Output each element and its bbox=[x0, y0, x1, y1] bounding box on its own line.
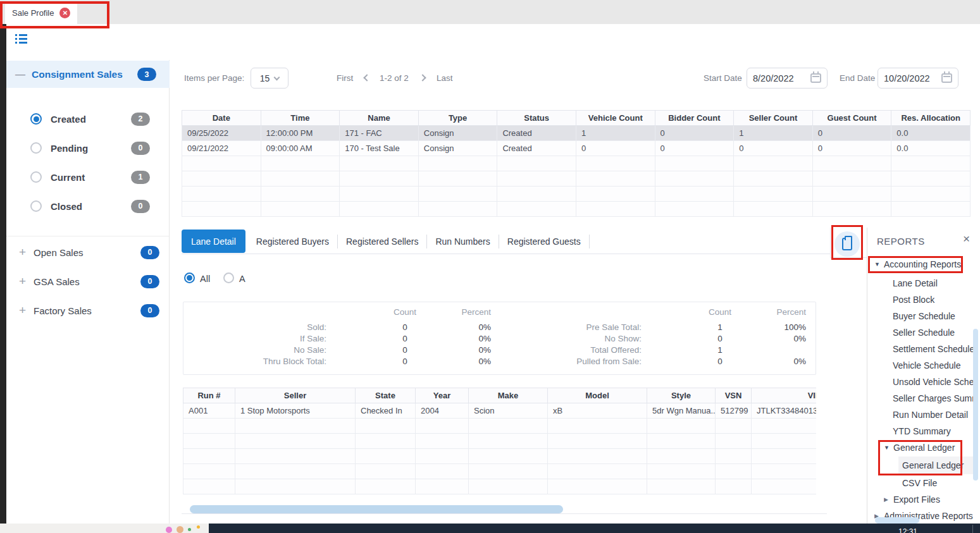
report-item-label: YTD Summary bbox=[893, 425, 951, 438]
left-edge-strip bbox=[0, 24, 6, 524]
menu-icon[interactable] bbox=[15, 34, 27, 46]
calendar-icon[interactable] bbox=[941, 73, 952, 83]
reports-vertical-scrollbar-thumb[interactable] bbox=[973, 329, 978, 481]
sales-table: DateTimeNameTypeStatusVehicle CountBidde… bbox=[182, 110, 971, 217]
summary-count: 0 bbox=[380, 322, 430, 332]
count-badge: 0 bbox=[140, 275, 159, 288]
report-item-general-ledger[interactable]: ▼General Ledger bbox=[884, 441, 974, 454]
taskbar: 12:31 bbox=[209, 524, 980, 533]
summary-label: Thru Block Total: bbox=[183, 357, 326, 366]
vehicle-row[interactable]: A0011 Stop MotorsportsChecked In2004Scio… bbox=[183, 403, 817, 419]
start-date-input[interactable]: 8/20/2022 bbox=[747, 68, 828, 89]
yellow-dot-icon[interactable] bbox=[197, 525, 200, 529]
sales-row-empty[interactable] bbox=[182, 171, 971, 187]
sidebar-item-label: GSA Sales bbox=[34, 276, 80, 287]
start-date-label: Start Date bbox=[704, 73, 742, 83]
sales-row-empty[interactable] bbox=[182, 187, 971, 202]
tab-registered-buyers[interactable]: Registered Buyers bbox=[248, 230, 337, 254]
close-icon[interactable]: × bbox=[963, 233, 970, 245]
sidebar-status-pending[interactable]: Pending0 bbox=[30, 139, 150, 157]
count-header: Count bbox=[380, 307, 430, 317]
sidebar-item-open-sales[interactable]: +Open Sales0 bbox=[19, 243, 159, 261]
calendar-icon[interactable] bbox=[810, 73, 821, 83]
summary-percent: 0% bbox=[428, 334, 491, 343]
report-item-lane-detail[interactable]: Lane Detail bbox=[893, 277, 974, 290]
lane-filter-radio-a[interactable] bbox=[223, 273, 234, 283]
report-item-accounting-reports[interactable]: ▼Accounting Reports bbox=[874, 258, 974, 271]
cell: Scion bbox=[469, 403, 548, 419]
pagination-first-button[interactable]: First bbox=[337, 73, 353, 83]
tab-sale-profile[interactable]: Sale Profile ✕ bbox=[5, 2, 77, 24]
summary-row: Sold:00% bbox=[183, 322, 500, 334]
sidebar-item-gsa-sales[interactable]: +GSA Sales0 bbox=[19, 273, 159, 290]
items-per-page-select[interactable]: 15 bbox=[251, 68, 288, 89]
summary-row: Pre Sale Total:1100% bbox=[499, 322, 815, 334]
sales-row[interactable]: 09/21/202209:00:00 AM170 - Test SaleCons… bbox=[182, 141, 971, 156]
report-item-unsold-vehicle-schedule[interactable]: Unsold Vehicle Schedule bbox=[893, 376, 974, 388]
vehicle-row-empty[interactable] bbox=[183, 464, 817, 479]
vehicle-row-empty[interactable] bbox=[183, 449, 817, 464]
report-item-general-ledger[interactable]: General Ledger bbox=[898, 456, 974, 474]
summary-percent: 0% bbox=[428, 322, 491, 332]
report-item-post-block[interactable]: Post Block bbox=[893, 293, 974, 306]
end-date-value: 10/20/2022 bbox=[884, 73, 930, 83]
sidebar-status-created[interactable]: Created2 bbox=[30, 110, 150, 128]
cell: Checked In bbox=[356, 403, 416, 419]
reports-horizontal-scrollbar-thumb[interactable] bbox=[875, 517, 919, 524]
report-item-vehicle-schedule[interactable]: Vehicle Schedule bbox=[893, 359, 974, 372]
divider bbox=[830, 228, 831, 258]
report-item-ytd-summary[interactable]: YTD Summary bbox=[893, 425, 974, 438]
green-dot-icon[interactable] bbox=[188, 528, 191, 531]
report-item-run-number-detail[interactable]: Run Number Detail bbox=[893, 408, 974, 421]
cell: 0 bbox=[576, 141, 655, 156]
report-item-csv-file[interactable]: CSV File bbox=[902, 477, 974, 489]
reports-toggle-button[interactable] bbox=[834, 231, 860, 257]
column-header-seller: Seller bbox=[235, 388, 356, 403]
horizontal-scrollbar-thumb[interactable] bbox=[190, 505, 563, 513]
sidebar-item-label: Open Sales bbox=[34, 247, 83, 258]
cell: Consign bbox=[418, 126, 497, 141]
sidebar-section-label: Consignment Sales bbox=[32, 69, 123, 80]
report-item-seller-charges-summary[interactable]: Seller Charges Summary bbox=[893, 392, 974, 405]
vehicle-row-empty[interactable] bbox=[183, 479, 817, 494]
sidebar-status-current[interactable]: Current1 bbox=[30, 168, 150, 186]
report-item-buyer-schedule[interactable]: Buyer Schedule bbox=[893, 310, 974, 322]
summary-label: Total Offered: bbox=[499, 345, 642, 355]
sidebar-item-label: Factory Sales bbox=[34, 305, 92, 316]
report-item-settlement-schedule[interactable]: Settlement Schedule bbox=[893, 343, 974, 355]
vehicle-row-empty[interactable] bbox=[183, 419, 817, 434]
tab-registered-guests[interactable]: Registered Guests bbox=[499, 230, 589, 254]
report-item-label: Unsold Vehicle Schedule bbox=[893, 376, 974, 388]
sales-row[interactable]: 09/25/202212:00:00 PM171 - FACConsignCre… bbox=[182, 126, 971, 141]
summary-percent: 0% bbox=[743, 334, 806, 343]
sales-row-empty[interactable] bbox=[182, 156, 971, 171]
report-item-export-files[interactable]: ▶Export Files bbox=[884, 493, 974, 506]
column-header-seller-count: Seller Count bbox=[734, 111, 813, 126]
tab-lane-detail[interactable]: Lane Detail bbox=[182, 230, 245, 253]
vehicle-row-empty[interactable] bbox=[183, 434, 817, 449]
tab-close-icon[interactable]: ✕ bbox=[59, 8, 70, 18]
summary-row: No Sale:00% bbox=[183, 345, 500, 357]
tab-run-numbers[interactable]: Run Numbers bbox=[427, 230, 498, 254]
report-item-seller-schedule[interactable]: Seller Schedule bbox=[893, 326, 974, 339]
avatar-icon[interactable] bbox=[177, 526, 183, 533]
sidebar-item-factory-sales[interactable]: +Factory Sales0 bbox=[19, 302, 159, 319]
chevron-left-icon[interactable] bbox=[363, 74, 370, 81]
lane-filter-radio-all[interactable] bbox=[184, 273, 195, 283]
pink-flower-icon[interactable] bbox=[166, 527, 172, 533]
pagination-last-button[interactable]: Last bbox=[437, 73, 453, 83]
chevron-right-icon[interactable] bbox=[419, 74, 426, 81]
tab-label: Sale Profile bbox=[12, 8, 54, 18]
sales-row-empty[interactable] bbox=[182, 202, 971, 217]
column-header-name: Name bbox=[340, 111, 419, 126]
sidebar-section-consignment-sales[interactable]: — Consignment Sales 3 bbox=[6, 61, 170, 88]
summary-group-1: CountPercentPre Sale Total:1100%No Show:… bbox=[499, 302, 815, 376]
column-header-guest-count: Guest Count bbox=[812, 111, 891, 126]
tab-registered-sellers[interactable]: Registered Sellers bbox=[338, 230, 426, 254]
collapse-icon: — bbox=[15, 69, 25, 80]
sidebar-status-closed[interactable]: Closed0 bbox=[30, 197, 150, 215]
pagination-range: 1-2 of 2 bbox=[380, 73, 409, 83]
summary-row: If Sale:00% bbox=[183, 334, 500, 345]
cell: 0.0 bbox=[891, 126, 971, 141]
end-date-input[interactable]: 10/20/2022 bbox=[878, 68, 958, 89]
